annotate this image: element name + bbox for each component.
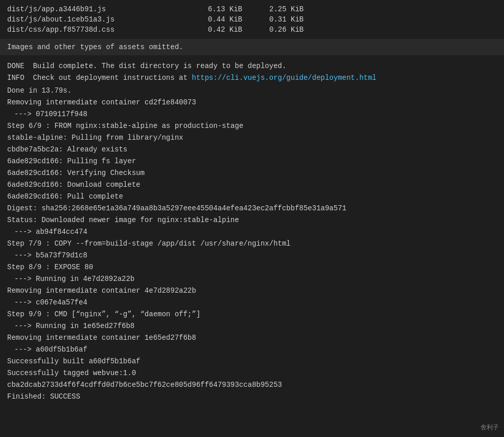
file-gzip: 0.31 KiB [242,15,304,24]
terminal-line: ---> 07109117f948 [0,108,504,120]
terminal-line: Removing intermediate container cd2f1e84… [0,97,504,108]
terminal-line: Removing intermediate container 4e7d2892… [0,285,504,297]
terminal-line: Step 7/9 : COPY --from=build-stage /app/… [0,238,504,250]
terminal-line-text: INFO Check out deployment instructions a… [7,74,192,82]
terminal-line: Step 9/9 : CMD [“nginx”, “-g”, “daemon o… [0,309,504,320]
file-name: dist/css/app.f857738d.css [7,26,181,34]
file-size: 6.13 KiB [181,5,242,13]
info-bar-text: Images and other types of assets omitted… [7,43,183,51]
file-table: dist/js/app.a3446b91.js6.13 KiB2.25 KiBd… [0,0,504,39]
terminal-line: 6ade829cd166: Pulling fs layer [0,156,504,167]
info-bar: Images and other types of assets omitted… [0,39,504,55]
terminal-line: ---> a60df5b1b6af [0,344,504,356]
file-size: 0.42 KiB [181,26,242,34]
terminal-line: ---> b5a73f79d1c8 [0,250,504,261]
deployment-link[interactable]: https://cli.vuejs.org/guide/deployment.h… [192,74,376,82]
terminal-line: cbdbe7a5bc2a: Already exists [0,144,504,156]
terminal-line: DONE Build complete. The dist directory … [0,60,504,72]
terminal-line: Step 6/9 : FROM nginx:stable-alpine as p… [0,120,504,132]
file-name: dist/js/app.a3446b91.js [7,5,181,13]
terminal-line: stable-alpine: Pulling from library/ngin… [0,132,504,144]
file-size: 0.44 KiB [181,15,242,24]
terminal-line: Finished: SUCCESS [0,391,504,403]
watermark: 舍利子 [480,423,499,432]
terminal-line: Digest: sha256:2668e65e1a36a749aa8b3a529… [0,203,504,214]
terminal-line: INFO Check out deployment instructions a… [0,72,504,84]
terminal: dist/js/app.a3446b91.js6.13 KiB2.25 KiBd… [0,0,504,437]
terminal-line: ---> c067e4a57fe4 [0,297,504,309]
file-gzip: 2.25 KiB [242,5,304,13]
file-row: dist/js/about.1ceb51a3.js0.44 KiB0.31 Ki… [0,14,504,25]
build-output: DONE Build complete. The dist directory … [0,55,504,407]
file-row: dist/css/app.f857738d.css0.42 KiB0.26 Ki… [0,25,504,35]
terminal-line: Status: Downloaded newer image for nginx… [0,214,504,226]
file-gzip: 0.26 KiB [242,26,304,34]
terminal-line: 6ade829cd166: Pull complete [0,191,504,203]
file-name: dist/js/about.1ceb51a3.js [7,15,181,24]
file-row: dist/js/app.a3446b91.js6.13 KiB2.25 KiB [0,4,504,14]
terminal-line: Successfully tagged webvue:1.0 [0,367,504,379]
terminal-line: 6ade829cd166: Download complete [0,179,504,191]
terminal-line: cba2dcab2733d4f6f4cdffd0d7b6ce5bc7f62ce8… [0,379,504,391]
terminal-line: ---> ab94f84cc474 [0,226,504,238]
terminal-line: Removing intermediate container 1e65ed27… [0,332,504,344]
terminal-line: ---> Running in 1e65ed27f6b8 [0,320,504,332]
terminal-line: Step 8/9 : EXPOSE 80 [0,261,504,273]
terminal-line: 6ade829cd166: Verifying Checksum [0,167,504,179]
terminal-line: Successfully built a60df5b1b6af [0,356,504,367]
terminal-line: ---> Running in 4e7d2892a22b [0,273,504,285]
terminal-line: Done in 13.79s. [0,85,504,97]
